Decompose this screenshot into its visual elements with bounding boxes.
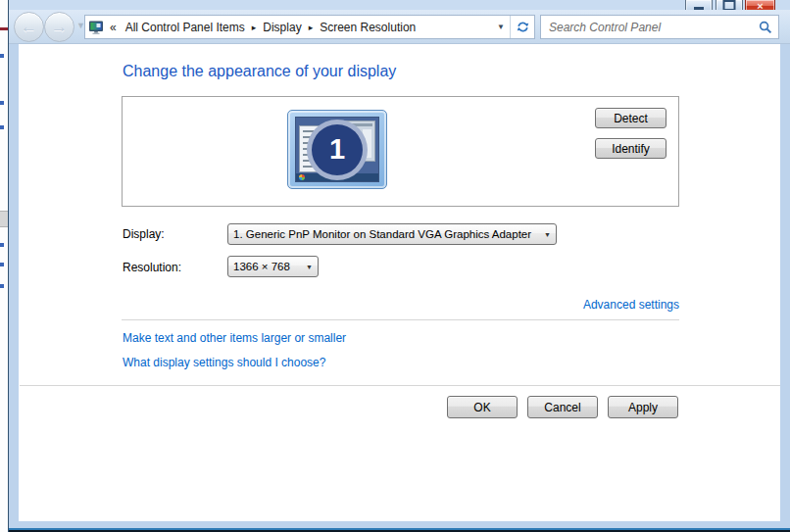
display-monitor-icon[interactable]	[85, 20, 107, 35]
address-bar[interactable]: « All Control Panel Items ▸ Display ▸ Sc…	[84, 15, 535, 39]
display-select-value: 1. Generic PnP Monitor on Standard VGA G…	[233, 228, 531, 240]
background-window-fragment	[0, 284, 4, 288]
footer-divider	[20, 385, 780, 386]
refresh-button[interactable]	[510, 16, 534, 38]
refresh-icon	[516, 20, 530, 34]
background-window-fragment	[0, 263, 4, 266]
breadcrumb-item-display[interactable]: Display	[257, 21, 307, 34]
display-select[interactable]: 1. Generic PnP Monitor on Standard VGA G…	[227, 223, 557, 245]
chevron-down-icon: ▼	[300, 264, 313, 270]
background-window-fragment	[0, 243, 4, 247]
monitor-1-preview[interactable]: 1	[287, 110, 387, 189]
resolution-select-value: 1366 × 768	[233, 261, 290, 272]
display-settings-help-link[interactable]: What display settings should I choose?	[123, 356, 325, 369]
resolution-select[interactable]: 1366 × 768 ▼	[227, 256, 319, 277]
search-magnifier-icon[interactable]	[753, 21, 778, 34]
background-window-fragment	[0, 54, 4, 58]
windows-flag-icon	[299, 174, 305, 180]
background-window-fragment	[0, 211, 8, 227]
breadcrumb-item-all-control-panel-items[interactable]: All Control Panel Items	[120, 21, 251, 34]
monitor-number: 1	[329, 133, 345, 166]
monitor-screen: 1	[295, 117, 379, 182]
ok-button[interactable]: OK	[447, 396, 518, 418]
detect-button[interactable]: Detect	[595, 108, 667, 128]
apply-button[interactable]: Apply	[608, 396, 678, 418]
breadcrumb-overflow-chevron[interactable]: «	[107, 21, 120, 34]
section-divider	[122, 319, 679, 320]
address-dropdown-icon[interactable]: ▼	[492, 23, 510, 31]
chevron-down-icon: ▼	[538, 231, 551, 238]
background-window-fragment	[0, 27, 8, 30]
display-label: Display:	[123, 227, 165, 241]
cancel-button[interactable]: Cancel	[527, 396, 598, 418]
forward-arrow-icon: →	[51, 18, 68, 37]
advanced-settings-link[interactable]: Advanced settings	[392, 298, 679, 312]
make-text-larger-link[interactable]: Make text and other items larger or smal…	[123, 331, 346, 345]
forward-button[interactable]: →	[44, 12, 74, 42]
monitor-number-badge: 1	[307, 120, 368, 180]
background-window-fragment	[0, 125, 4, 129]
page-title: Change the appearance of your display	[123, 63, 396, 80]
back-arrow-icon: ←	[21, 18, 37, 37]
identify-button[interactable]: Identify	[595, 138, 667, 159]
breadcrumb-item-screen-resolution[interactable]: Screen Resolution	[314, 21, 421, 34]
resolution-label: Resolution:	[123, 261, 181, 274]
back-button[interactable]: ←	[14, 12, 44, 42]
search-input[interactable]	[541, 21, 753, 34]
search-box[interactable]	[540, 15, 779, 39]
window-titlebar	[9, 0, 790, 10]
background-window-fragment	[0, 101, 4, 105]
background-window-sliver	[0, 0, 8, 532]
